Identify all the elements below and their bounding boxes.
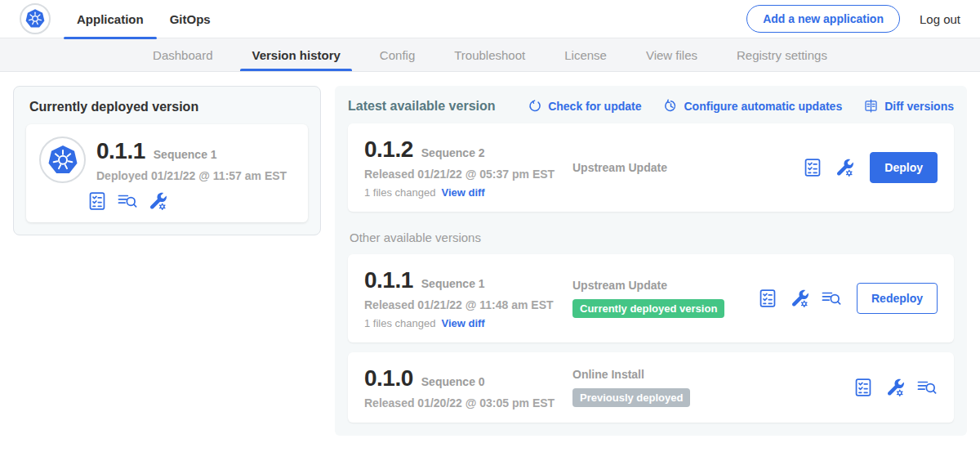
release-notes-icon[interactable]	[87, 190, 108, 212]
configure-automatic-updates-label: Configure automatic updates	[684, 100, 843, 113]
sequence-label: Sequence 1	[421, 277, 485, 290]
release-notes-icon[interactable]	[853, 377, 874, 398]
tab-config[interactable]: Config	[368, 38, 426, 71]
logout-button[interactable]: Log out	[920, 12, 960, 26]
files-changed-label: 1 files changed	[364, 317, 435, 329]
version-card-0-1-1: 0.1.1 Sequence 1 Released 01/21/22 @ 11:…	[348, 254, 954, 342]
version-card-0-1-0: 0.1.0 Sequence 0 Released 01/20/22 @ 03:…	[348, 352, 954, 423]
app-subnav: Dashboard Version history Config Trouble…	[0, 38, 980, 72]
header-nav: Application GitOps	[64, 0, 224, 38]
version-source-label: Upstream Update	[572, 279, 667, 292]
check-for-update-link[interactable]: Check for update	[527, 98, 641, 114]
version-number: 0.1.2	[364, 137, 413, 163]
files-changed-label: 1 files changed	[364, 186, 435, 199]
release-notes-icon[interactable]	[757, 288, 778, 309]
released-timestamp: Released 01/21/22 @ 05:37 pm EST	[364, 168, 572, 181]
nav-tab-gitops[interactable]: GitOps	[157, 0, 224, 38]
edit-config-icon[interactable]	[834, 157, 855, 178]
view-diff-link[interactable]: View diff	[441, 317, 484, 329]
version-source-label: Online Install	[572, 368, 644, 381]
deploy-logs-icon[interactable]	[117, 190, 138, 212]
configure-automatic-updates-link[interactable]: Configure automatic updates	[663, 98, 843, 114]
deployed-version-number: 0.1.1	[96, 138, 145, 164]
deploy-logs-icon[interactable]	[821, 288, 842, 309]
currently-deployed-title: Currently deployed version	[26, 98, 308, 124]
kubernetes-logo-icon	[20, 3, 51, 34]
edit-config-icon[interactable]	[147, 190, 168, 212]
app-icon-kubernetes	[39, 137, 86, 183]
app-header: Application GitOps Add a new application…	[0, 0, 980, 38]
currently-deployed-badge: Currently deployed version	[572, 299, 724, 318]
deploy-button[interactable]: Deploy	[870, 152, 938, 183]
tab-registry-settings[interactable]: Registry settings	[725, 38, 839, 71]
tab-license[interactable]: License	[553, 38, 618, 71]
release-notes-icon[interactable]	[802, 157, 823, 178]
version-number: 0.1.1	[364, 267, 413, 293]
deployed-timestamp: Deployed 01/21/22 @ 11:57 am EST	[96, 169, 287, 182]
add-application-button[interactable]: Add a new application	[746, 5, 900, 33]
redeploy-button[interactable]: Redeploy	[857, 283, 938, 314]
refresh-icon	[527, 98, 542, 114]
sequence-label: Sequence 0	[421, 375, 485, 388]
previously-deployed-badge: Previously deployed	[572, 388, 690, 407]
released-timestamp: Released 01/20/22 @ 03:05 pm EST	[364, 396, 572, 410]
version-source-label: Upstream Update	[572, 161, 667, 174]
latest-available-title: Latest available version	[348, 99, 496, 114]
diff-versions-label: Diff versions	[884, 100, 954, 113]
main-content: Currently deployed version 0.1.1 Sequenc…	[0, 72, 980, 450]
deploy-logs-icon[interactable]	[916, 377, 938, 398]
tab-version-history[interactable]: Version history	[240, 38, 351, 71]
edit-config-icon[interactable]	[789, 288, 810, 309]
released-timestamp: Released 01/21/22 @ 11:48 am EST	[364, 298, 572, 311]
check-for-update-label: Check for update	[548, 100, 641, 113]
version-number: 0.1.0	[364, 365, 413, 392]
view-diff-link[interactable]: View diff	[441, 186, 484, 199]
tab-dashboard[interactable]: Dashboard	[141, 38, 224, 71]
version-history-panel: Latest available version Check for updat…	[335, 86, 967, 436]
currently-deployed-panel: Currently deployed version 0.1.1 Sequenc…	[13, 86, 321, 235]
sequence-label: Sequence 2	[421, 146, 485, 159]
nav-tab-application[interactable]: Application	[64, 0, 157, 38]
edit-config-icon[interactable]	[884, 377, 906, 398]
other-versions-title: Other available versions	[348, 230, 954, 244]
schedule-icon	[663, 98, 679, 114]
version-actions: Check for update Configure automatic upd…	[527, 98, 954, 114]
tab-troubleshoot[interactable]: Troubleshoot	[443, 38, 537, 71]
version-card-0-1-2: 0.1.2 Sequence 2 Released 01/21/22 @ 05:…	[348, 123, 954, 212]
diff-versions-link[interactable]: Diff versions	[863, 98, 954, 114]
currently-deployed-card: 0.1.1 Sequence 1 Deployed 01/21/22 @ 11:…	[26, 124, 308, 222]
tab-view-files[interactable]: View files	[635, 38, 709, 71]
diff-icon	[863, 98, 879, 114]
deployed-sequence-label: Sequence 1	[154, 148, 217, 161]
